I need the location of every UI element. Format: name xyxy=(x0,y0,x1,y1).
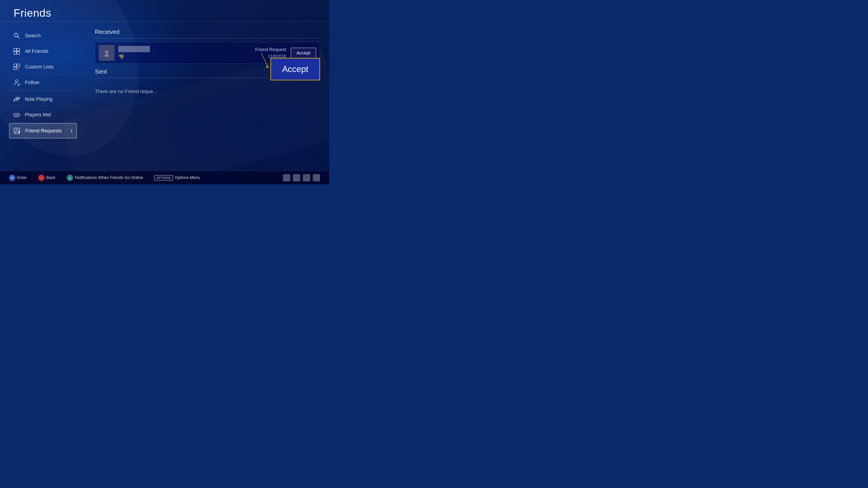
svg-point-9 xyxy=(16,80,18,83)
sidebar-now-playing-label: Now Playing xyxy=(25,96,73,102)
no-sent-requests-text: There are no Friend reque... xyxy=(95,82,320,101)
all-friends-icon xyxy=(13,47,21,55)
username-bar xyxy=(118,46,150,52)
accept-large-button[interactable]: Accept xyxy=(270,58,320,80)
sidebar-item-friend-requests[interactable]: Friend Requests 1 xyxy=(9,123,77,138)
main-area: Search All Friends xyxy=(0,24,329,171)
o-button-icon: ○ xyxy=(38,175,44,181)
svg-point-15 xyxy=(15,115,16,116)
svg-point-20 xyxy=(16,129,18,131)
svg-rect-6 xyxy=(14,64,17,67)
friend-requests-badge: 1 xyxy=(67,128,73,133)
sidebar-item-all-friends[interactable]: All Friends xyxy=(9,44,77,59)
back-label: Back xyxy=(46,175,55,180)
svg-point-16 xyxy=(18,115,19,116)
svg-rect-7 xyxy=(17,64,20,67)
sidebar-item-follow[interactable]: Follow xyxy=(9,75,77,90)
svg-point-24 xyxy=(107,52,108,53)
svg-rect-3 xyxy=(17,48,20,51)
bottom-icon-4 xyxy=(313,174,320,182)
sidebar-item-custom-lists[interactable]: Custom Lists xyxy=(9,60,77,74)
bottom-icon-2 xyxy=(293,174,300,182)
sidebar-item-players-met[interactable]: Players Met xyxy=(9,107,77,122)
content-area: Received 👎 Fri xyxy=(86,24,329,171)
page-title: Friends xyxy=(13,7,315,19)
sidebar-item-search[interactable]: Search xyxy=(9,29,77,43)
bottom-icon-1 xyxy=(283,174,290,182)
svg-point-11 xyxy=(18,97,20,98)
header: Friends xyxy=(0,0,329,22)
players-met-icon xyxy=(13,111,21,119)
back-button[interactable]: ○ Back xyxy=(38,175,55,181)
custom-lists-icon xyxy=(13,63,21,71)
sidebar-follow-label: Follow xyxy=(25,79,73,86)
bottom-icon-3 xyxy=(303,174,310,182)
sidebar-search-label: Search xyxy=(25,33,73,39)
notifications-label: Notifications When Friends Go Online xyxy=(75,175,143,180)
svg-line-25 xyxy=(261,53,268,67)
enter-label: Enter xyxy=(17,175,27,180)
sidebar-friend-requests-label: Friend Requests xyxy=(25,128,67,134)
options-menu-button[interactable]: OPTIONS Options Menu xyxy=(154,175,200,181)
accept-small-button[interactable]: Accept xyxy=(291,48,316,58)
svg-rect-2 xyxy=(14,48,17,51)
sidebar-item-now-playing[interactable]: Now Playing xyxy=(9,92,77,107)
search-icon xyxy=(13,32,21,40)
triangle-button-icon: △ xyxy=(67,175,73,181)
notifications-button[interactable]: △ Notifications When Friends Go Online xyxy=(67,175,143,181)
svg-point-10 xyxy=(14,100,15,101)
svg-rect-4 xyxy=(14,52,17,54)
bottom-icons xyxy=(283,174,320,182)
bottom-bar: ✕ Enter ○ Back △ Notifications When Frie… xyxy=(0,171,329,184)
svg-rect-8 xyxy=(14,67,17,70)
sidebar-all-friends-label: All Friends xyxy=(25,48,73,54)
sidebar: Search All Friends xyxy=(0,24,86,171)
options-key-icon: OPTIONS xyxy=(154,175,173,181)
svg-line-1 xyxy=(18,36,19,38)
x-button-icon: ✕ xyxy=(9,175,16,181)
svg-point-22 xyxy=(104,54,109,57)
sidebar-players-met-label: Players Met xyxy=(25,112,73,118)
sidebar-custom-lists-label: Custom Lists xyxy=(25,64,73,70)
enter-button[interactable]: ✕ Enter xyxy=(9,175,27,181)
accept-arrow xyxy=(225,46,270,78)
follow-icon xyxy=(13,78,21,87)
received-divider xyxy=(95,38,320,38)
friend-requests-icon xyxy=(13,127,21,135)
received-section-title: Received xyxy=(95,29,320,35)
now-playing-icon xyxy=(13,95,21,103)
options-label: Options Menu xyxy=(175,175,200,180)
svg-rect-5 xyxy=(17,52,20,54)
avatar xyxy=(99,45,115,61)
svg-point-23 xyxy=(105,52,106,53)
